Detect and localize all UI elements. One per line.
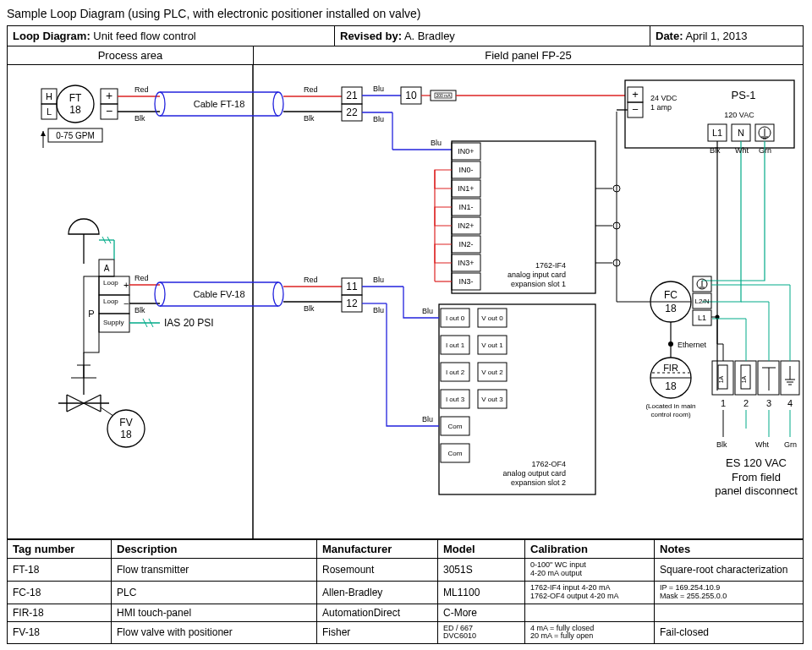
svg-text:Ethernet: Ethernet [678, 341, 707, 349]
svg-text:Blu: Blu [422, 307, 433, 315]
svg-point-151 [273, 282, 283, 306]
header-date: Date: April 1, 2013 [650, 26, 803, 46]
svg-text:Blu: Blu [373, 276, 384, 284]
svg-text:From field: From field [732, 471, 781, 483]
svg-text:N: N [738, 128, 744, 138]
diagram-area: H L FT 18 0-75 GPM + − Red Blk [8, 65, 803, 539]
zone-panel: Field panel FP-25 [254, 46, 803, 64]
th-mfr: Manufacturer [317, 540, 438, 559]
svg-text:−: − [123, 298, 129, 309]
svg-text:Loop: Loop [103, 298, 118, 305]
svg-text:Blk: Blk [134, 306, 145, 314]
svg-text:Cable FV-18: Cable FV-18 [193, 289, 244, 299]
svg-text:Blu: Blu [373, 306, 384, 314]
svg-text:Cable FT-18: Cable FT-18 [194, 99, 245, 109]
svg-point-148 [155, 282, 165, 306]
table-row: FIR-18HMI touch-panelAutomationDirectC-M… [8, 604, 803, 621]
table-row: FC-18PLCAllen-BradleyML11001762-IF4 inpu… [8, 581, 803, 604]
svg-text:IN3+: IN3+ [458, 259, 474, 267]
svg-text:Grn: Grn [759, 146, 771, 155]
svg-text:Wht: Wht [735, 146, 749, 155]
svg-text:Blk: Blk [716, 440, 727, 449]
svg-text:V out 1: V out 1 [481, 341, 503, 349]
header-revised: Revised by: A. Bradley [335, 26, 650, 46]
header-row: Loop Diagram: Unit feed flow control Rev… [8, 26, 803, 46]
svg-text:Loop: Loop [103, 279, 118, 287]
page-title: Sample Loop Diagram (using PLC, with ele… [7, 7, 805, 20]
svg-text:IN2-: IN2- [458, 240, 473, 249]
svg-text:expansion slot 2: expansion slot 2 [511, 478, 566, 487]
svg-point-22 [273, 92, 283, 116]
table-row: FT-18Flow transmitterRosemount3051S0-100… [8, 559, 803, 582]
loop-diagram-frame: Loop Diagram: Unit feed flow control Rev… [7, 25, 804, 644]
svg-text:V out 3: V out 3 [481, 396, 503, 403]
svg-text:control room): control room) [650, 411, 690, 418]
svg-text:4: 4 [787, 398, 793, 408]
svg-text:Grn: Grn [784, 440, 797, 449]
svg-text:IN1-: IN1- [458, 203, 473, 211]
svg-text:expansion slot 1: expansion slot 1 [511, 280, 566, 288]
instrument-table: Tag number Description Manufacturer Mode… [8, 539, 803, 643]
svg-text:120 VAC: 120 VAC [724, 111, 754, 119]
svg-text:Blu: Blu [422, 415, 433, 423]
th-tag: Tag number [8, 540, 112, 559]
svg-text:Blk: Blk [710, 146, 721, 155]
svg-text:+: + [106, 89, 112, 102]
svg-text:A: A [104, 264, 110, 273]
svg-text:Blu: Blu [373, 115, 384, 123]
table-row: FV-18Flow valve with positionerFisherED … [8, 621, 803, 643]
svg-text:18: 18 [120, 429, 132, 440]
svg-text:IN0+: IN0+ [458, 147, 474, 156]
svg-text:L1: L1 [712, 128, 722, 138]
svg-text:FT: FT [69, 92, 82, 104]
svg-text:1A: 1A [741, 375, 747, 383]
zone-process: Process area [8, 46, 254, 64]
svg-text:ES 120 VAC: ES 120 VAC [726, 456, 787, 469]
svg-text:3: 3 [766, 398, 771, 408]
svg-text:Blu: Blu [431, 139, 442, 147]
svg-text:analog input card: analog input card [508, 270, 566, 279]
svg-text:22: 22 [346, 107, 358, 118]
svg-text:FV: FV [119, 417, 132, 429]
svg-text:24 VDC: 24 VDC [650, 94, 678, 102]
svg-text:18: 18 [665, 303, 677, 314]
svg-text:IN1+: IN1+ [458, 184, 474, 193]
svg-text:Red: Red [304, 85, 318, 94]
svg-text:I out 1: I out 1 [446, 341, 465, 349]
svg-line-194 [101, 407, 113, 416]
svg-text:L1: L1 [698, 314, 706, 322]
svg-text:Blk: Blk [304, 114, 315, 123]
svg-text:21: 21 [346, 90, 358, 101]
svg-text:Red: Red [134, 85, 149, 94]
svg-text:+: + [632, 88, 639, 101]
svg-text:18: 18 [69, 104, 81, 116]
svg-text:+: + [123, 280, 129, 290]
svg-text:I out 0: I out 0 [446, 314, 465, 322]
svg-text:FC: FC [664, 289, 678, 301]
svg-text:IN2+: IN2+ [458, 221, 474, 230]
svg-text:Com: Com [448, 450, 463, 457]
svg-text:200 mA: 200 mA [436, 93, 451, 98]
svg-text:1 amp: 1 amp [650, 103, 672, 112]
svg-text:−: − [632, 103, 639, 116]
svg-text:1762-IF4: 1762-IF4 [535, 261, 566, 270]
svg-text:H: H [46, 91, 52, 101]
svg-text:Com: Com [448, 423, 463, 430]
svg-point-19 [155, 92, 165, 116]
th-cal: Calibration [525, 540, 655, 559]
svg-text:FIR: FIR [663, 363, 678, 373]
svg-text:analog output card: analog output card [502, 469, 566, 478]
svg-text:P: P [88, 309, 94, 319]
svg-text:Red: Red [304, 276, 318, 284]
svg-text:I out 3: I out 3 [446, 396, 465, 403]
svg-rect-76 [625, 80, 794, 148]
svg-text:V out 2: V out 2 [481, 369, 503, 376]
svg-text:L: L [47, 107, 52, 117]
svg-text:Blk: Blk [304, 304, 315, 313]
svg-text:IN0-: IN0- [458, 166, 473, 174]
svg-text:10: 10 [405, 90, 417, 101]
svg-text:PS-1: PS-1 [732, 89, 756, 101]
header-loop: Loop Diagram: Unit feed flow control [8, 26, 335, 46]
svg-text:0-75 GPM: 0-75 GPM [56, 131, 95, 140]
svg-text:Blu: Blu [373, 85, 384, 93]
